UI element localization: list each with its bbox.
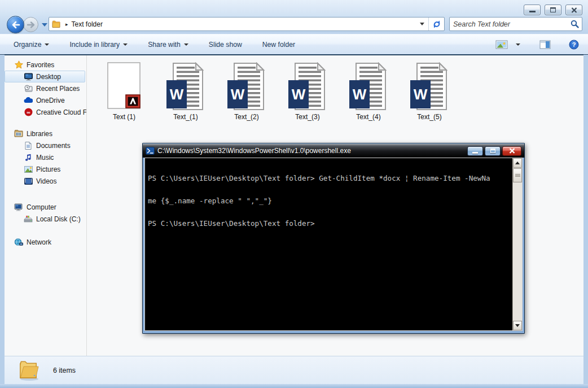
picture-icon	[23, 166, 33, 173]
svg-text:?: ?	[572, 41, 576, 48]
document-icon	[23, 142, 33, 150]
scrollbar-thumb[interactable]	[513, 168, 522, 182]
address-bar[interactable]: ▸ Text folder	[49, 17, 445, 31]
preview-pane-icon	[539, 40, 551, 49]
sidebar-item-documents[interactable]: Documents	[5, 139, 86, 151]
address-dropdown-button[interactable]	[416, 18, 428, 30]
music-note-icon	[23, 154, 33, 162]
sidebar-section-label: Favorites	[27, 61, 54, 69]
organize-button[interactable]: Organize	[14, 41, 49, 49]
preview-pane-button[interactable]	[538, 39, 552, 50]
console-line: PS C:\Users\IEUser\Desktop\Text folder>	[148, 220, 522, 227]
network-globe-icon	[14, 238, 24, 246]
views-dropdown-button[interactable]	[515, 42, 521, 47]
new-folder-label: New folder	[262, 41, 295, 49]
close-icon	[509, 148, 515, 154]
computer-icon	[14, 203, 24, 211]
scroll-down-button[interactable]	[513, 321, 522, 330]
triangle-up-icon	[515, 162, 520, 164]
include-in-library-button[interactable]: Include in library	[69, 41, 128, 49]
console-line: me {$_.name -replace " ","_"}	[148, 197, 522, 204]
powershell-window[interactable]: C:\Windows\System32\WindowsPowerShell\v1…	[142, 143, 525, 334]
forward-button[interactable]	[23, 17, 38, 32]
file-item-word[interactable]: W Text_(5)	[401, 58, 458, 123]
forward-icon	[27, 21, 36, 29]
search-input[interactable]	[450, 20, 567, 28]
ps-maximize-button[interactable]	[485, 146, 501, 156]
explorer-window: ▸ Text folder	[0, 0, 588, 388]
help-button[interactable]: ?	[568, 38, 580, 51]
console-line: PS C:\Users\IEUser\Desktop\Text folder> …	[148, 175, 522, 182]
word-file-icon: W	[166, 58, 205, 111]
scroll-up-button[interactable]	[513, 158, 522, 168]
new-folder-button[interactable]: New folder	[262, 41, 295, 49]
refresh-button[interactable]	[428, 18, 444, 30]
share-with-label: Share with	[148, 41, 181, 49]
help-icon: ?	[569, 40, 579, 50]
file-name: Text_(4)	[356, 113, 380, 121]
powershell-console[interactable]: PS C:\Users\IEUser\Desktop\Text folder> …	[144, 158, 523, 331]
search-button[interactable]	[567, 20, 582, 28]
sidebar-item-videos[interactable]: Videos	[5, 175, 86, 187]
video-icon	[23, 178, 33, 185]
sidebar-item-recent-places[interactable]: Recent Places	[5, 82, 86, 94]
chevron-down-icon	[184, 43, 188, 46]
file-name: Text_(1)	[173, 113, 198, 121]
change-view-button[interactable]	[494, 39, 509, 50]
minimize-button[interactable]	[524, 5, 541, 15]
file-item-word[interactable]: W Text_(2)	[218, 58, 275, 123]
svg-text:∞: ∞	[27, 110, 30, 115]
sidebar-section-label: Libraries	[27, 130, 52, 138]
onedrive-cloud-icon	[23, 97, 33, 103]
window-controls	[524, 5, 582, 15]
recent-places-icon	[23, 85, 33, 93]
sidebar-item-pictures[interactable]: Pictures	[5, 163, 86, 175]
powershell-titlebar[interactable]: C:\Windows\System32\WindowsPowerShell\v1…	[143, 143, 524, 158]
view-controls: ?	[494, 34, 580, 55]
file-name: Text_(2)	[234, 113, 258, 121]
pdf-file-icon	[107, 58, 141, 111]
sidebar-item-label: Desktop	[36, 73, 61, 81]
share-with-button[interactable]: Share with	[148, 41, 188, 49]
back-icon	[11, 21, 20, 29]
ps-minimize-button[interactable]	[467, 146, 483, 156]
sidebar-section-computer[interactable]: Computer	[5, 201, 86, 213]
sidebar-item-desktop[interactable]: Desktop	[5, 71, 85, 82]
svg-text:W: W	[414, 86, 428, 103]
sidebar-item-label: Documents	[36, 142, 71, 150]
folder-content: Favorites Desktop Recent Places OneDrive	[5, 55, 583, 356]
file-item-word[interactable]: W Text_(1)	[157, 58, 214, 123]
sidebar-section-libraries[interactable]: Libraries	[5, 128, 86, 139]
file-name: Text_(5)	[417, 113, 441, 121]
svg-text:W: W	[292, 86, 306, 103]
word-file-icon: W	[410, 58, 449, 111]
ps-close-button[interactable]	[502, 146, 521, 156]
command-toolbar: Organize Include in library Share with S…	[0, 34, 588, 55]
recent-pages-dropdown[interactable]	[42, 23, 47, 27]
close-button[interactable]	[565, 5, 582, 15]
sidebar-item-local-disk-c[interactable]: Local Disk (C:)	[5, 213, 86, 225]
breadcrumb[interactable]: Text folder	[72, 20, 103, 28]
file-item-word[interactable]: W Text_(3)	[279, 58, 336, 123]
word-file-icon: W	[288, 58, 327, 111]
sidebar-item-creative-cloud[interactable]: ∞ Creative Cloud Files	[5, 106, 86, 118]
thumb-grip-icon	[515, 174, 520, 175]
word-file-icon: W	[227, 58, 266, 111]
file-name: Text_(3)	[295, 113, 319, 121]
maximize-icon	[490, 149, 495, 153]
back-button[interactable]	[7, 16, 24, 33]
slide-show-button[interactable]: Slide show	[209, 41, 242, 49]
close-icon	[571, 7, 577, 13]
sidebar-item-onedrive[interactable]: OneDrive	[5, 94, 86, 106]
pane-divider	[86, 55, 87, 356]
maximize-button[interactable]	[545, 5, 561, 15]
console-scrollbar[interactable]	[512, 158, 522, 330]
minimize-icon	[472, 152, 478, 154]
sidebar-section-favorites[interactable]: Favorites	[5, 59, 86, 71]
file-item-word[interactable]: W Text_(4)	[340, 58, 397, 123]
file-item-pdf[interactable]: Text (1)	[96, 58, 152, 123]
slide-show-label: Slide show	[209, 41, 242, 49]
sidebar-section-network[interactable]: Network	[5, 236, 86, 248]
sidebar-item-music[interactable]: Music	[5, 151, 86, 163]
sidebar-item-label: Creative Cloud Files	[36, 108, 86, 116]
